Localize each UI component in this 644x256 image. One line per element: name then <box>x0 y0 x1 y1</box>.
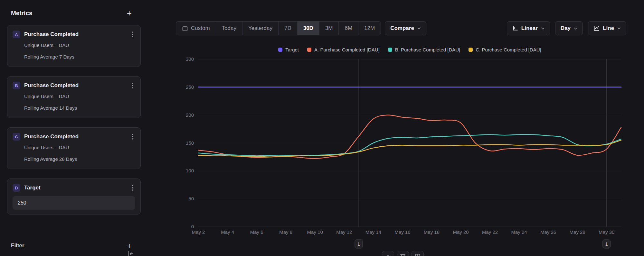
svg-text:May 12: May 12 <box>336 229 352 235</box>
range-custom-label: Custom <box>191 25 210 32</box>
nav-insights-button[interactable] <box>382 251 394 256</box>
legend-label: B. Purchase Completed [DAU] <box>395 47 460 52</box>
svg-text:250: 250 <box>186 84 194 90</box>
bottom-chart-nav <box>377 251 429 256</box>
chart-legend: Target A. Purchase Completed [DAU] B. Pu… <box>198 47 621 52</box>
legend-label: A. Purchase Completed [DAU] <box>314 47 380 52</box>
chart-options-group: Linear Day Line <box>507 21 626 35</box>
kebab-menu-icon[interactable] <box>129 185 135 191</box>
chevron-down-icon <box>541 27 545 30</box>
svg-text:May 8: May 8 <box>279 229 292 235</box>
svg-text:May 4: May 4 <box>221 229 234 235</box>
target-card-title-row: D Target <box>13 183 135 192</box>
nav-retention-button[interactable] <box>412 251 424 256</box>
filter-title: Filter <box>11 242 24 249</box>
range-12m-button[interactable]: 12M <box>358 22 381 35</box>
chevron-down-icon <box>417 27 421 30</box>
target-card-title: Target <box>24 185 129 191</box>
svg-text:1: 1 <box>357 242 360 247</box>
svg-text:May 6: May 6 <box>250 229 263 235</box>
scale-selector-button[interactable]: Linear <box>507 21 550 35</box>
svg-text:1: 1 <box>605 242 608 247</box>
svg-text:May 22: May 22 <box>482 229 498 235</box>
metric-card-a-title: Purchase Completed <box>24 31 129 38</box>
legend-item-b[interactable]: B. Purchase Completed [DAU] <box>388 47 460 52</box>
kebab-menu-icon[interactable] <box>129 82 135 89</box>
kebab-menu-icon[interactable] <box>129 31 135 38</box>
nav-funnel-button[interactable] <box>397 251 409 256</box>
series-line-1[interactable] <box>198 115 621 159</box>
metric-card-b-event[interactable]: Unique Users – DAU <box>24 91 135 102</box>
svg-text:May 24: May 24 <box>511 229 527 235</box>
legend-label: C. Purchase Completed [DAU] <box>476 47 541 52</box>
chevron-down-icon <box>574 27 577 30</box>
svg-text:0: 0 <box>191 224 194 229</box>
svg-text:May 28: May 28 <box>570 229 585 235</box>
metric-card-c-title: Purchase Completed <box>24 133 129 140</box>
chevron-down-icon <box>617 27 621 30</box>
chart-toolbar: Custom Today Yesterday 7D 30D 3M 6M 12M … <box>176 21 626 35</box>
legend-swatch-c <box>469 48 473 52</box>
metric-card-c-rolling[interactable]: Rolling Average 28 Days <box>24 154 135 164</box>
compare-button[interactable]: Compare <box>385 21 426 35</box>
metric-card-a-title-row: A Purchase Completed <box>13 30 135 39</box>
range-7d-button[interactable]: 7D <box>279 22 298 35</box>
calendar-icon <box>182 25 188 32</box>
legend-swatch-a <box>307 48 311 52</box>
legend-item-a[interactable]: A. Purchase Completed [DAU] <box>307 47 380 52</box>
chart-type-label: Line <box>603 25 614 32</box>
metric-card-a-event[interactable]: Unique Users – DAU <box>24 40 135 50</box>
funnel-icon <box>400 254 405 256</box>
metrics-sidebar: Metrics + A Purchase Completed Unique Us… <box>0 0 148 256</box>
metric-card-a-rolling[interactable]: Rolling Average 7 Days <box>24 52 135 62</box>
metric-badge-b: B <box>13 82 20 89</box>
range-6m-button[interactable]: 6M <box>339 22 358 35</box>
svg-text:May 20: May 20 <box>453 229 469 235</box>
range-today-button[interactable]: Today <box>216 22 242 35</box>
chart-svg[interactable]: 050100150200250300May 2May 4May 6May 8Ma… <box>179 55 630 252</box>
add-filter-button[interactable]: + <box>127 242 132 249</box>
legend-item-c[interactable]: C. Purchase Completed [DAU] <box>469 47 541 52</box>
metric-badge-c: C <box>13 133 20 141</box>
date-range-segmented-control: Custom Today Yesterday 7D 30D 3M 6M 12M <box>176 21 381 35</box>
add-metric-button[interactable]: + <box>127 10 132 16</box>
range-custom-button[interactable]: Custom <box>176 22 216 35</box>
line-chart[interactable]: 050100150200250300May 2May 4May 6May 8Ma… <box>179 55 630 252</box>
metric-card-b-rolling[interactable]: Rolling Average 14 Days <box>24 103 135 113</box>
svg-text:150: 150 <box>186 140 194 146</box>
kebab-menu-icon[interactable] <box>129 133 135 140</box>
svg-text:50: 50 <box>188 196 194 201</box>
scale-label: Linear <box>521 25 538 32</box>
metric-card-b[interactable]: B Purchase Completed Unique Users – DAU … <box>7 76 141 118</box>
range-yesterday-button[interactable]: Yesterday <box>242 22 279 35</box>
metric-card-b-title-row: B Purchase Completed <box>13 81 135 90</box>
target-value-input[interactable] <box>13 196 135 210</box>
chart-type-selector-button[interactable]: Line <box>588 21 626 35</box>
legend-item-target[interactable]: Target <box>278 47 299 52</box>
svg-text:May 14: May 14 <box>365 229 381 235</box>
svg-text:May 10: May 10 <box>307 229 323 235</box>
metric-card-b-title: Purchase Completed <box>24 82 129 89</box>
metric-card-c[interactable]: C Purchase Completed Unique Users – DAU … <box>7 127 141 169</box>
svg-text:300: 300 <box>186 56 194 62</box>
svg-text:May 26: May 26 <box>540 229 556 235</box>
range-30d-button[interactable]: 30D <box>298 22 319 35</box>
interval-selector-button[interactable]: Day <box>555 21 583 35</box>
metric-card-c-title-row: C Purchase Completed <box>13 132 135 141</box>
collapse-sidebar-icon[interactable] <box>127 250 134 256</box>
range-3m-button[interactable]: 3M <box>319 22 339 35</box>
svg-text:200: 200 <box>186 112 194 118</box>
svg-text:May 16: May 16 <box>394 229 410 235</box>
interval-label: Day <box>561 25 571 32</box>
sidebar-header: Metrics + <box>0 0 148 25</box>
metric-badge-a: A <box>13 31 20 38</box>
grid-icon <box>415 254 420 256</box>
metrics-title: Metrics <box>11 10 33 17</box>
chart-panel: Custom Today Yesterday 7D 30D 3M 6M 12M … <box>148 0 644 256</box>
legend-label: Target <box>285 47 299 52</box>
metric-card-a[interactable]: A Purchase Completed Unique Users – DAU … <box>7 25 141 67</box>
metric-card-c-event[interactable]: Unique Users – DAU <box>24 142 135 153</box>
compare-label: Compare <box>390 25 414 32</box>
target-card[interactable]: D Target <box>7 178 141 215</box>
svg-text:May 2: May 2 <box>192 229 205 235</box>
